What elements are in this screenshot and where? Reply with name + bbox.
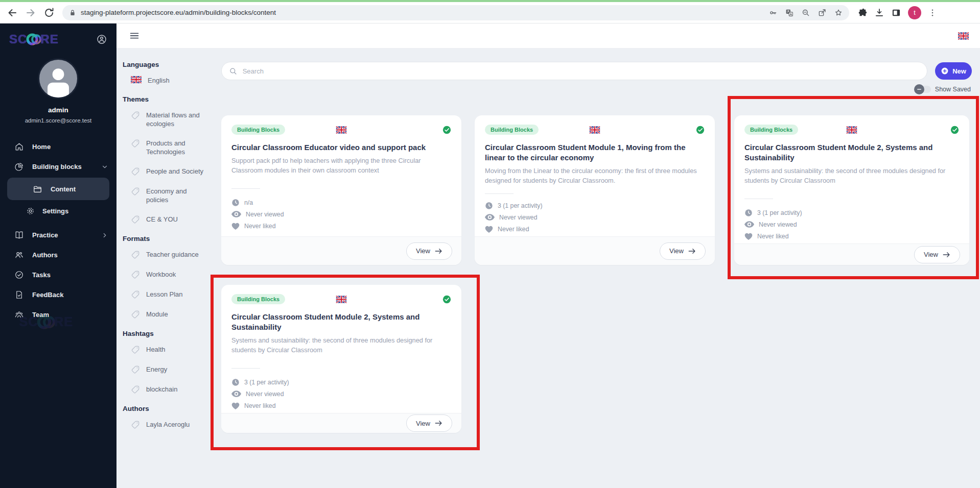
sidebar-item-content[interactable]: Content: [7, 178, 109, 200]
filter-format-teacher-guidance[interactable]: Teacher guidance: [131, 250, 230, 259]
sidebar-item-settings[interactable]: Settings: [0, 201, 116, 221]
view-button[interactable]: View: [660, 242, 706, 260]
browser-profile-avatar[interactable]: t: [908, 6, 921, 19]
browser-menu-kebab-icon[interactable]: [928, 8, 937, 17]
score-logo: SC RE: [9, 32, 59, 47]
view-button[interactable]: View: [406, 414, 452, 432]
published-check-icon: [442, 295, 451, 304]
view-button[interactable]: View: [406, 242, 452, 260]
translate-icon[interactable]: [785, 8, 794, 17]
top-green-strip: [0, 0, 980, 2]
sidebar-item-feedback[interactable]: FeedBack: [0, 285, 116, 305]
feedback-doc-icon: [14, 290, 24, 300]
downloads-icon[interactable]: [874, 8, 884, 18]
filter-theme-ce-and-you[interactable]: CE & YOU: [131, 215, 230, 224]
filter-theme-products-technologies[interactable]: Products and Technologies: [131, 139, 230, 156]
sidebar-item-authors[interactable]: Authors: [0, 245, 116, 265]
filter-hashtag-blockchain[interactable]: blockchain: [131, 385, 230, 394]
share-icon[interactable]: [818, 8, 827, 17]
bookmark-star-icon[interactable]: [834, 8, 843, 17]
logo-text-suffix: RE: [40, 32, 58, 46]
show-saved-label: Show Saved: [935, 86, 971, 93]
tasks-check-icon: [14, 270, 24, 280]
filter-hashtag-health[interactable]: Health: [131, 345, 230, 354]
card-likes: Never liked: [244, 402, 276, 409]
heart-icon: [744, 233, 753, 240]
content-card-2: Building Blocks Circular Classroom Stude…: [475, 115, 715, 265]
arrow-right-icon: [435, 420, 442, 426]
sidebar-item-home[interactable]: Home: [0, 137, 116, 157]
browser-toolbar: staging-plateform.projectscore.eu/admin/…: [0, 2, 980, 23]
card-views: Never viewed: [246, 211, 284, 218]
sidebar-item-practice[interactable]: Practice: [0, 225, 116, 245]
folder-icon: [33, 184, 42, 194]
uk-flag-icon: [590, 126, 600, 134]
arrow-right-icon: [688, 248, 696, 254]
filter-format-workbook[interactable]: Workbook: [131, 270, 230, 279]
plus-circle-icon: [941, 67, 949, 75]
filter-author-layla-aceroglu[interactable]: Layla Aceroglu: [131, 420, 230, 429]
user-avatar[interactable]: [38, 58, 79, 99]
divider: [485, 193, 514, 194]
browser-reload-icon[interactable]: [43, 7, 55, 19]
sidebar-item-tasks[interactable]: Tasks: [0, 265, 116, 285]
search-input[interactable]: [243, 67, 920, 75]
clock-icon: [744, 209, 753, 217]
eye-icon: [744, 221, 754, 228]
tag-icon: [131, 385, 140, 394]
lock-icon[interactable]: [68, 9, 77, 17]
filter-theme-economy-policies[interactable]: Economy and policies: [131, 187, 230, 204]
chevron-down-icon: [101, 163, 108, 170]
tag-icon: [131, 187, 140, 196]
browser-back-icon[interactable]: [6, 7, 18, 19]
eye-icon: [231, 211, 241, 217]
side-panel-icon[interactable]: [891, 8, 901, 18]
extensions-puzzle-icon[interactable]: [857, 8, 868, 18]
card-likes: Never liked: [757, 233, 789, 240]
tag-icon: [131, 345, 140, 354]
filter-section-hashtags: Hashtags: [123, 330, 230, 337]
clock-icon: [485, 202, 493, 210]
uk-flag-icon: [847, 126, 857, 134]
authors-icon: [14, 250, 24, 260]
zoom-out-icon[interactable]: [801, 8, 810, 17]
card-badge: Building Blocks: [231, 125, 285, 135]
content-card-3: Building Blocks Circular Classroom Stude…: [734, 115, 969, 265]
browser-forward-icon[interactable]: [25, 7, 37, 19]
logo-text-prefix: SC: [9, 32, 27, 46]
uk-flag-icon: [336, 296, 347, 303]
filter-theme-people-society[interactable]: People and Society: [131, 167, 230, 176]
language-flag-icon[interactable]: [958, 32, 969, 40]
filter-section-themes: Themes: [123, 95, 230, 103]
password-key-icon[interactable]: [768, 8, 778, 17]
filter-panel: Languages English Themes Material flows …: [123, 58, 230, 440]
arrow-right-icon: [943, 252, 950, 258]
card-title: Circular Classroom Student Module 1, Mov…: [485, 142, 705, 163]
published-check-icon: [696, 126, 705, 134]
new-button[interactable]: New: [935, 62, 972, 80]
card-likes: Never liked: [498, 226, 529, 233]
account-icon[interactable]: [96, 34, 107, 45]
filter-format-lesson-plan[interactable]: Lesson Plan: [131, 290, 230, 299]
filter-hashtag-energy[interactable]: Energy: [131, 365, 230, 374]
tag-icon: [131, 167, 140, 176]
url-text[interactable]: staging-plateform.projectscore.eu/admin/…: [81, 9, 763, 16]
hamburger-menu-icon[interactable]: [129, 30, 140, 41]
filter-theme-material-flows[interactable]: Material flows and ecologies: [131, 111, 230, 128]
building-blocks-icon: [14, 162, 24, 172]
filter-language-english[interactable]: English: [131, 76, 230, 85]
toggle-knob: [914, 84, 924, 94]
view-button[interactable]: View: [914, 246, 960, 263]
tag-icon: [131, 111, 140, 120]
show-saved-toggle[interactable]: [916, 86, 931, 93]
eye-icon: [485, 214, 495, 221]
sidebar-nav: Home Building blocks Content Sett: [0, 137, 116, 325]
tag-icon: [131, 250, 140, 259]
filter-format-module[interactable]: Module: [131, 310, 230, 319]
published-check-icon: [950, 126, 959, 134]
gear-icon: [26, 206, 35, 216]
url-bar[interactable]: staging-plateform.projectscore.eu/admin/…: [62, 5, 849, 20]
search-bar[interactable]: [221, 62, 927, 80]
sidebar-item-building-blocks[interactable]: Building blocks: [0, 157, 116, 177]
filter-section-formats: Formats: [123, 235, 230, 242]
